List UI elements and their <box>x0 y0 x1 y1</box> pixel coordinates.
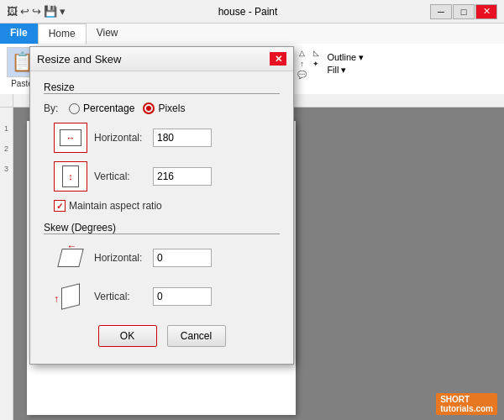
vertical-input[interactable] <box>153 167 212 186</box>
pixels-radio-dot <box>146 106 151 111</box>
skew-vertical-row: ↑ Vertical: <box>44 281 280 312</box>
by-label: By: <box>44 102 69 114</box>
fill-button[interactable]: Fill ▾ <box>327 65 364 76</box>
vertical-label: Vertical: <box>94 171 153 182</box>
watermark-domain: .com <box>474 404 493 413</box>
h-arrow-icon: ↔ <box>66 133 76 143</box>
percentage-label: Percentage <box>83 102 134 114</box>
shape-callout[interactable]: 💬 <box>296 70 307 80</box>
skew-h-icon: ← <box>54 243 87 273</box>
skew-vertical-label: Vertical: <box>94 291 153 302</box>
ruler-v-3: 3 <box>4 165 8 173</box>
vertical-icon: ↕ <box>54 161 87 192</box>
undo-icon[interactable]: ↩ <box>20 5 29 18</box>
dropdown-icon[interactable]: ▾ <box>60 5 66 18</box>
skew-v-arrow: ↑ <box>54 293 59 305</box>
vertical-field-row: ↕ Vertical: <box>44 161 280 192</box>
dialog-body: Resize By: Percentage Pixels ↔ Hori <box>30 71 293 364</box>
watermark-text: SHORT <box>440 395 470 404</box>
title-bar-left: 🖼 ↩ ↪ 💾 ▾ <box>7 5 66 18</box>
aspect-ratio-row: ✓ Maintain aspect ratio <box>54 200 280 212</box>
shape-right-tri[interactable]: ◺ <box>310 48 322 58</box>
tab-file[interactable]: File <box>0 24 38 44</box>
shape-star4[interactable]: ✦ <box>310 59 322 69</box>
outline-button[interactable]: Outline ▾ <box>327 52 364 63</box>
ok-button[interactable]: OK <box>98 325 157 347</box>
ruler-corner <box>0 94 13 108</box>
window-title: house - Paint <box>218 6 278 18</box>
ruler-v-2: 2 <box>4 144 8 153</box>
pixels-label: Pixels <box>158 102 185 114</box>
aspect-ratio-label: Maintain aspect ratio <box>69 200 162 212</box>
pixels-radio-circle <box>143 102 155 114</box>
ruler-vertical: 1 2 3 <box>0 108 13 420</box>
horizontal-label: Horizontal: <box>94 132 153 144</box>
window-controls: ─ □ ✕ <box>430 4 497 19</box>
checkbox-box: ✓ <box>54 200 66 212</box>
aspect-ratio-checkbox[interactable]: ✓ Maintain aspect ratio <box>54 200 162 212</box>
horizontal-input[interactable] <box>153 129 212 147</box>
dialog-title-bar: Resize and Skew ✕ <box>30 47 293 71</box>
horizontal-icon: ↔ <box>54 123 87 153</box>
by-row: By: Percentage Pixels <box>44 102 280 114</box>
app-icon: 🖼 <box>7 5 18 18</box>
tab-view[interactable]: View <box>87 24 129 44</box>
close-button[interactable]: ✕ <box>475 4 497 19</box>
skew-horizontal-label: Horizontal: <box>94 252 153 264</box>
percentage-radio-circle <box>69 103 80 114</box>
cancel-button[interactable]: Cancel <box>167 325 226 347</box>
shape-arrow-u[interactable]: ↑ <box>296 59 307 69</box>
ribbon-tabs: File Home View <box>0 24 504 44</box>
percentage-radio[interactable]: Percentage <box>69 102 134 114</box>
redo-icon[interactable]: ↪ <box>32 5 41 18</box>
maximize-button[interactable]: □ <box>453 4 475 19</box>
watermark-sub: tutorials <box>440 404 473 413</box>
save-icon[interactable]: 💾 <box>44 5 57 18</box>
resize-skew-dialog: Resize and Skew ✕ Resize By: Percentage … <box>29 46 294 365</box>
dialog-close-button[interactable]: ✕ <box>270 52 286 66</box>
skew-horizontal-input[interactable] <box>153 249 212 267</box>
dialog-buttons: OK Cancel <box>44 325 280 347</box>
skew-v-icon: ↑ <box>54 281 87 312</box>
resize-section-title: Resize <box>44 81 280 94</box>
title-bar-icons: 🖼 ↩ ↪ 💾 ▾ <box>7 5 66 18</box>
skew-vertical-input[interactable] <box>153 287 212 306</box>
skew-h-arrow: ← <box>66 240 76 252</box>
title-bar: 🖼 ↩ ↪ 💾 ▾ house - Paint ─ □ ✕ <box>0 0 504 24</box>
horizontal-field-row: ↔ Horizontal: <box>44 123 280 153</box>
dialog-title: Resize and Skew <box>37 53 121 66</box>
minimize-button[interactable]: ─ <box>430 4 452 19</box>
shape-triangle[interactable]: △ <box>296 48 307 58</box>
tab-home[interactable]: Home <box>38 24 87 45</box>
watermark: SHORT tutorials.com <box>436 393 497 415</box>
skew-section-title: Skew (Degrees) <box>44 222 280 234</box>
pixels-radio[interactable]: Pixels <box>143 102 185 114</box>
ruler-v-1: 1 <box>4 124 8 133</box>
v-arrow-icon: ↕ <box>68 171 73 181</box>
skew-horizontal-row: ← Horizontal: <box>44 243 280 273</box>
shapes-options: Outline ▾ Fill ▾ <box>327 52 364 76</box>
